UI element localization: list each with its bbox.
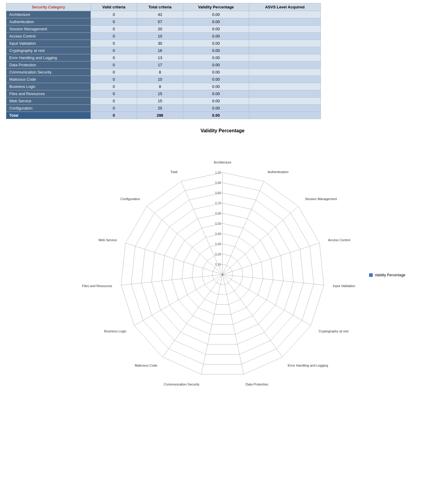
cell-category: Data Protection: [6, 62, 91, 69]
header-valid-criteria: Valid criteria: [91, 3, 137, 11]
svg-line-21: [222, 181, 264, 274]
cell-percentage: 0.00: [183, 26, 249, 33]
cell-asvs: [249, 83, 321, 90]
cell-valid: 0: [91, 18, 137, 26]
table-row: Cryptography at rest0160.00: [6, 47, 321, 54]
table-row: Business Logic080.00: [6, 83, 321, 90]
cell-category: Session Management: [6, 26, 91, 33]
table-row: Data Protection0170.00: [6, 62, 321, 69]
cell-valid: 0: [91, 69, 137, 76]
cell-asvs: [249, 90, 321, 98]
svg-text:Communication Security: Communication Security: [164, 382, 200, 386]
cell-category: Error Handling and Logging: [6, 54, 91, 62]
svg-text:Session Management: Session Management: [305, 197, 337, 201]
cell-valid: 0: [91, 11, 137, 18]
cell-category: Access Control: [6, 33, 91, 40]
cell-category: Configuration: [6, 105, 91, 112]
cell-percentage: 0.00: [183, 33, 249, 40]
svg-line-24: [222, 274, 324, 285]
table-row: Files and Resources0150.00: [6, 90, 321, 98]
cell-percentage: 0.00: [183, 11, 249, 18]
cell-valid: 0: [91, 40, 137, 47]
cell-valid: 0: [91, 26, 137, 33]
cell-total: 10: [137, 33, 183, 40]
cell-category: Malicious Code: [6, 76, 91, 83]
svg-text:0.90: 0.90: [215, 181, 221, 184]
cell-asvs: [249, 62, 321, 69]
cell-asvs: [249, 26, 321, 33]
svg-text:0.30: 0.30: [215, 242, 221, 246]
svg-line-25: [222, 274, 311, 326]
svg-line-31: [121, 274, 222, 285]
svg-line-32: [126, 243, 222, 274]
table-row: Total02860.00: [6, 112, 321, 119]
cell-category: Communication Security: [6, 69, 91, 76]
cell-asvs: [249, 105, 321, 112]
header-asvs-level: ASVS Level Acquired: [249, 3, 321, 11]
cell-category: Input Validation: [6, 40, 91, 47]
header-validity-percentage: Validity Percentage: [183, 3, 249, 11]
cell-total: 10: [137, 76, 183, 83]
svg-text:Access Control: Access Control: [328, 238, 350, 242]
cell-valid: 0: [91, 62, 137, 69]
cell-asvs: [249, 98, 321, 105]
svg-text:Files and Resources: Files and Resources: [82, 284, 112, 288]
cell-valid: 0: [91, 76, 137, 83]
table-row: Session Management0200.00: [6, 26, 321, 33]
legend-label: Validity Percentage: [375, 273, 405, 277]
table-row: Error Handling and Logging0130.00: [6, 54, 321, 62]
cell-total: 25: [137, 105, 183, 112]
cell-percentage: 0.00: [183, 47, 249, 54]
cell-valid: 0: [91, 83, 137, 90]
chart-section: Validity Percentage 0.100.200.300.400.50…: [6, 128, 439, 410]
cell-asvs: [249, 40, 321, 47]
security-table: Security Category Valid criteria Total c…: [6, 3, 321, 119]
table-row: Configuration0250.00: [6, 105, 321, 112]
cell-valid: 0: [91, 33, 137, 40]
cell-percentage: 0.00: [183, 18, 249, 26]
cell-percentage: 0.00: [183, 54, 249, 62]
svg-text:0.70: 0.70: [215, 202, 221, 205]
svg-text:Malicious Code: Malicious Code: [135, 364, 157, 367]
svg-text:0.80: 0.80: [215, 191, 221, 195]
svg-text:0.60: 0.60: [215, 212, 221, 215]
svg-text:Error Handling and Logging: Error Handling and Logging: [288, 364, 328, 367]
svg-line-33: [147, 206, 222, 274]
cell-total: 286: [137, 112, 183, 119]
cell-total: 17: [137, 62, 183, 69]
cell-asvs: [249, 76, 321, 83]
cell-total: 20: [137, 26, 183, 33]
cell-total: 42: [137, 11, 183, 18]
cell-asvs: [249, 11, 321, 18]
svg-text:Cryptography at rest: Cryptography at rest: [318, 329, 348, 333]
svg-line-34: [181, 181, 222, 274]
table-row: Input Validation0300.00: [6, 40, 321, 47]
cell-valid: 0: [91, 90, 137, 98]
cell-category: Total: [6, 112, 91, 119]
svg-text:Total: Total: [170, 170, 177, 174]
legend-color-box: [369, 273, 373, 277]
cell-asvs: [249, 69, 321, 76]
cell-category: Cryptography at rest: [6, 47, 91, 54]
svg-line-23: [222, 243, 319, 274]
cell-percentage: 0.00: [183, 112, 249, 119]
radar-chart-container: 0.100.200.300.400.500.600.700.800.901.00…: [88, 140, 357, 410]
cell-asvs: [249, 54, 321, 62]
svg-text:0.20: 0.20: [215, 253, 221, 256]
cell-valid: 0: [91, 47, 137, 54]
cell-percentage: 0.00: [183, 105, 249, 112]
svg-text:Data Protection: Data Protection: [246, 382, 268, 386]
cell-total: 15: [137, 98, 183, 105]
cell-percentage: 0.00: [183, 98, 249, 105]
svg-text:Web Service: Web Service: [98, 238, 117, 242]
svg-text:0.50: 0.50: [215, 222, 221, 225]
cell-valid: 0: [91, 112, 137, 119]
svg-text:Business Logic: Business Logic: [104, 329, 127, 333]
cell-total: 8: [137, 83, 183, 90]
cell-asvs: [249, 47, 321, 54]
cell-asvs: [249, 33, 321, 40]
cell-total: 8: [137, 69, 183, 76]
chart-legend: Validity Percentage: [369, 273, 405, 277]
svg-line-30: [134, 274, 222, 326]
cell-category: Authentication: [6, 18, 91, 26]
